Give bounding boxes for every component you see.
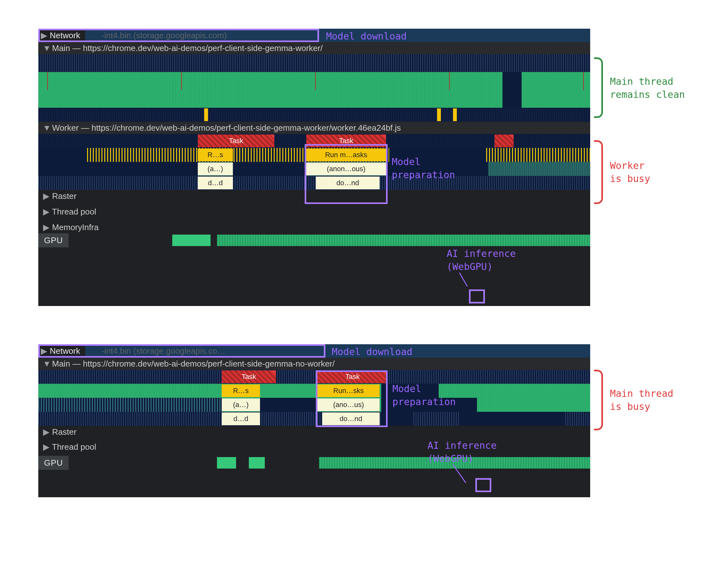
- memory-infra-row[interactable]: ▶ MemoryInfra: [38, 221, 590, 233]
- gpu-row[interactable]: GPU: [38, 233, 590, 247]
- main-row-run[interactable]: R…s Run…sks: [38, 384, 590, 398]
- main-flame-row-4[interactable]: [38, 108, 590, 122]
- network-row[interactable]: ▶ Network -int4.bin (storage.googleapis.…: [38, 344, 590, 358]
- task-block[interactable]: Task: [306, 135, 386, 147]
- main-flame-row-2[interactable]: [38, 72, 590, 90]
- gpu-row[interactable]: GPU: [38, 456, 590, 470]
- run-block[interactable]: R…s: [222, 384, 260, 397]
- anon-block[interactable]: (ano…us): [317, 398, 380, 411]
- task-block[interactable]: Task: [198, 135, 274, 147]
- collapse-icon[interactable]: ▶: [41, 346, 47, 356]
- profiler-panel-no-worker: ▶ Network -int4.bin (storage.googleapis.…: [38, 344, 590, 497]
- network-label: ▶ Network: [38, 344, 85, 358]
- network-label: ▶ Network: [38, 29, 85, 42]
- expand-icon[interactable]: ▼: [43, 358, 50, 370]
- collapse-icon[interactable]: ▶: [43, 190, 50, 202]
- collapse-icon[interactable]: ▶: [43, 426, 50, 438]
- brace-worker-busy: [594, 140, 603, 204]
- network-row[interactable]: ▶ Network -int4.bin (storage.googleapis.…: [38, 29, 590, 42]
- raster-row[interactable]: ▶ Raster: [38, 190, 590, 202]
- main-flame-row-3[interactable]: [38, 90, 590, 108]
- task-block[interactable]: [494, 135, 514, 147]
- main-row-anon[interactable]: (a…) (ano…us): [38, 398, 590, 412]
- collapse-icon[interactable]: ▶: [43, 438, 50, 456]
- collapse-icon[interactable]: ▶: [43, 202, 50, 221]
- run-block[interactable]: R…s: [198, 149, 233, 161]
- download-block[interactable]: d…d: [198, 177, 233, 189]
- main-flame-row-1[interactable]: [38, 54, 590, 72]
- run-block[interactable]: Run m…asks: [306, 149, 386, 161]
- main-thread-header[interactable]: ▼ Main — https://chrome.dev/web-ai-demos…: [38, 358, 590, 370]
- network-file: -int4.bin (storage.googleapis.co…: [101, 346, 226, 356]
- profiler-panel-with-worker: ▶ Network -int4.bin (storage.googleapis.…: [38, 29, 590, 306]
- download-block[interactable]: do…nd: [322, 412, 380, 425]
- gpu-label: GPU: [38, 456, 69, 470]
- worker-row-task[interactable]: Task Task: [38, 134, 590, 148]
- main-row-task[interactable]: Task Task: [38, 370, 590, 384]
- highlight-gpu-inference: [469, 289, 485, 303]
- raster-row[interactable]: ▶ Raster: [38, 426, 590, 438]
- anno-ai-inference: AI inference (WebGPU): [447, 247, 516, 273]
- highlight-gpu-inference: [475, 478, 491, 492]
- anon-block[interactable]: (a…): [222, 398, 260, 411]
- anon-block[interactable]: (a…): [198, 163, 233, 175]
- worker-row-download[interactable]: d…d do…nd: [38, 176, 590, 190]
- main-row-download[interactable]: d…d do…nd: [38, 412, 590, 426]
- expand-icon[interactable]: ▼: [43, 122, 50, 134]
- worker-row-run[interactable]: R…s Run m…asks: [38, 148, 590, 162]
- run-block[interactable]: Run…sks: [317, 384, 380, 397]
- expand-icon[interactable]: ▼: [43, 42, 50, 54]
- thread-pool-row[interactable]: ▶ Thread pool: [38, 202, 590, 221]
- anno-main-busy: Main thread is busy: [610, 387, 673, 413]
- main-thread-header[interactable]: ▼ Main — https://chrome.dev/web-ai-demos…: [38, 42, 590, 54]
- network-file: -int4.bin (storage.googleapis.com): [101, 31, 227, 41]
- anno-main-clean: Main thread remains clean: [610, 75, 685, 101]
- collapse-icon[interactable]: ▶: [41, 31, 47, 41]
- worker-row-anon[interactable]: (a…) (anon…ous): [38, 162, 590, 176]
- task-block[interactable]: Task: [222, 370, 276, 383]
- anno-worker-busy: Worker is busy: [610, 159, 650, 185]
- download-block[interactable]: do…nd: [316, 177, 380, 189]
- gpu-label: GPU: [38, 233, 69, 247]
- collapse-icon[interactable]: ▶: [43, 221, 50, 233]
- download-block[interactable]: d…d: [222, 412, 260, 425]
- anon-block[interactable]: (anon…ous): [306, 163, 386, 175]
- brace-main-clean: [594, 57, 603, 118]
- worker-thread-header[interactable]: ▼ Worker — https://chrome.dev/web-ai-dem…: [38, 122, 590, 134]
- thread-pool-row[interactable]: ▶ Thread pool: [38, 438, 590, 456]
- task-block[interactable]: Task: [317, 370, 388, 383]
- brace-main-busy: [594, 370, 603, 430]
